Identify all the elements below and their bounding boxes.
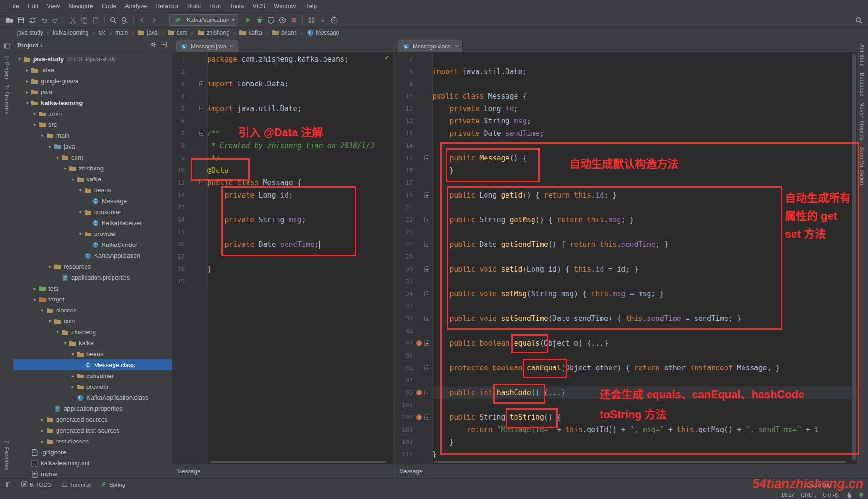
fold-expand-icon[interactable]: +: [424, 242, 429, 247]
fold-collapse-icon[interactable]: -: [424, 155, 429, 160]
breadcrumb-kafka[interactable]: kafka: [238, 29, 263, 37]
open-icon[interactable]: [4, 14, 15, 26]
editor-message-java[interactable]: 1package com.zhisheng.kafka.beans;23-imp…: [172, 52, 393, 464]
run-configuration-select[interactable]: KafkaApplication▾: [169, 14, 238, 26]
chevron-down-icon[interactable]: ▾: [62, 340, 68, 346]
down-icon[interactable]: [317, 14, 328, 26]
chevron-down-icon[interactable]: ▾: [77, 188, 84, 193]
tree-item-kafkaapplication-class[interactable]: CKafkaApplication.class: [13, 392, 172, 403]
tool-window-switcher-icon[interactable]: [0, 479, 16, 490]
tree-item-classes[interactable]: ▾classes: [13, 305, 172, 316]
fold-collapse-icon[interactable]: -: [199, 131, 204, 136]
menu-refactor[interactable]: Refactor: [151, 0, 183, 12]
tree-item-mvn[interactable]: ▸.mvn: [13, 108, 172, 119]
debug-icon[interactable]: [254, 14, 265, 26]
tree-item-message[interactable]: CMessage: [13, 196, 172, 207]
cut-icon[interactable]: [67, 14, 78, 26]
breadcrumb-java[interactable]: java: [136, 29, 158, 37]
stripe-7-structure[interactable]: 7: Structure: [4, 85, 10, 114]
chevron-right-icon[interactable]: ▸: [24, 78, 30, 84]
breadcrumb-message[interactable]: CMessage: [305, 29, 340, 37]
tree-item-java[interactable]: ▸java: [13, 86, 172, 97]
chevron-down-icon[interactable]: ▾: [62, 166, 68, 171]
fold-expand-icon[interactable]: +: [424, 340, 429, 346]
fold-collapse-icon[interactable]: -: [199, 180, 204, 185]
tree-item-application-properties[interactable]: application.properties: [13, 272, 172, 283]
editor-breadcrumb[interactable]: Message: [177, 468, 200, 475]
tree-item-message-class[interactable]: CMessage.class: [13, 359, 172, 370]
breadcrumb-main[interactable]: main: [114, 29, 129, 36]
chevron-down-icon[interactable]: ▾: [47, 264, 53, 269]
tree-item-main[interactable]: ▾main: [13, 130, 172, 141]
save-all-icon[interactable]: [15, 14, 27, 26]
stripe-ant-build[interactable]: Ant Build: [859, 44, 865, 67]
find-icon[interactable]: [107, 14, 119, 26]
menu-analyze[interactable]: Analyze: [121, 0, 151, 12]
stripe-database[interactable]: Database: [859, 73, 865, 96]
horizontal-scrollbar[interactable]: [210, 461, 386, 463]
undo-icon[interactable]: [38, 14, 49, 26]
sync-icon[interactable]: [27, 14, 38, 26]
breadcrumb-com[interactable]: com: [166, 29, 189, 37]
menu-help[interactable]: Help: [300, 0, 321, 12]
chevron-right-icon[interactable]: ▸: [69, 384, 76, 389]
tree-item-java-study[interactable]: ▾java-studyD:\IDEA\java-study: [13, 54, 172, 65]
menu-window[interactable]: Window: [269, 0, 300, 12]
tree-item-kafka[interactable]: ▾kafka: [13, 174, 172, 185]
lock-icon[interactable]: [846, 491, 853, 499]
fold-expand-icon[interactable]: +: [424, 390, 429, 395]
tool-window-switcher-icon[interactable]: [3, 42, 10, 50]
chevron-right-icon[interactable]: ▸: [39, 439, 46, 444]
help-icon[interactable]: ?: [328, 14, 340, 26]
copy-icon[interactable]: [78, 14, 90, 26]
close-icon[interactable]: ×: [230, 43, 234, 50]
chevron-down-icon[interactable]: ▾: [54, 330, 61, 335]
tree-item-zhisheng[interactable]: ▾zhisheng: [13, 163, 172, 174]
run-icon[interactable]: [242, 14, 254, 26]
fold-collapse-icon[interactable]: -: [199, 81, 204, 86]
vertical-scrollbar[interactable]: [852, 53, 856, 461]
editor-message-class[interactable]: 78import java.util.Date;910public class …: [393, 52, 857, 464]
fold-expand-icon[interactable]: +: [424, 316, 429, 321]
profiler-icon[interactable]: [277, 14, 288, 26]
close-icon[interactable]: ×: [454, 43, 458, 50]
tree-item-test[interactable]: ▸test: [13, 283, 172, 294]
collapse-all-icon[interactable]: [161, 41, 168, 49]
editor-breadcrumb[interactable]: Message: [399, 468, 422, 475]
chevron-down-icon[interactable]: ▾: [69, 177, 76, 182]
tree-item-java[interactable]: ▾java: [13, 141, 172, 152]
tree-item-idea[interactable]: ▸.idea: [13, 65, 172, 75]
fold-expand-icon[interactable]: +: [424, 217, 429, 222]
tree-item-generated-sources[interactable]: ▸generated-sources: [13, 414, 172, 425]
menu-build[interactable]: Build: [183, 0, 205, 12]
chevron-right-icon[interactable]: ▸: [31, 286, 38, 291]
chevron-down-icon[interactable]: ▾: [39, 308, 46, 313]
tree-item-kafkasender[interactable]: CKafkaSender: [13, 239, 172, 250]
fold-expand-icon[interactable]: +: [424, 192, 429, 198]
toolwindow-spring[interactable]: Spring: [95, 479, 130, 490]
menu-run[interactable]: Run: [205, 0, 225, 12]
grid-icon[interactable]: [305, 14, 317, 26]
fold-expand-icon[interactable]: +: [424, 266, 429, 272]
tree-item-google-guava[interactable]: ▸google-guava: [13, 75, 172, 86]
fold-expand-icon[interactable]: +: [424, 365, 429, 370]
horizontal-scrollbar[interactable]: [434, 461, 846, 463]
forward-icon[interactable]: [148, 14, 159, 26]
menu-navigate[interactable]: Navigate: [64, 0, 97, 12]
menu-edit[interactable]: Edit: [23, 0, 42, 12]
status-encoding[interactable]: UTF-8:: [823, 492, 839, 498]
tree-item-src[interactable]: ▾src: [13, 119, 172, 130]
settings-gear-icon[interactable]: [150, 41, 157, 49]
menu-file[interactable]: File: [5, 0, 23, 12]
tree-item-kafkareceiver[interactable]: CKafkaReceiver: [13, 217, 172, 228]
chevron-down-icon[interactable]: ▾: [31, 122, 38, 127]
coverage-icon[interactable]: [265, 14, 277, 26]
replace-icon[interactable]: [119, 14, 130, 26]
tree-item-kafka[interactable]: ▾kafka: [13, 338, 172, 348]
tab-message-class[interactable]: C Message.class ×: [398, 40, 463, 52]
chevron-right-icon[interactable]: ▸: [24, 89, 30, 94]
chevron-down-icon[interactable]: ▾: [54, 155, 61, 160]
override-icon[interactable]: ↑: [416, 340, 422, 346]
fold-collapse-icon[interactable]: -: [199, 106, 204, 111]
stripe-1-project[interactable]: 1: Project: [4, 56, 10, 79]
